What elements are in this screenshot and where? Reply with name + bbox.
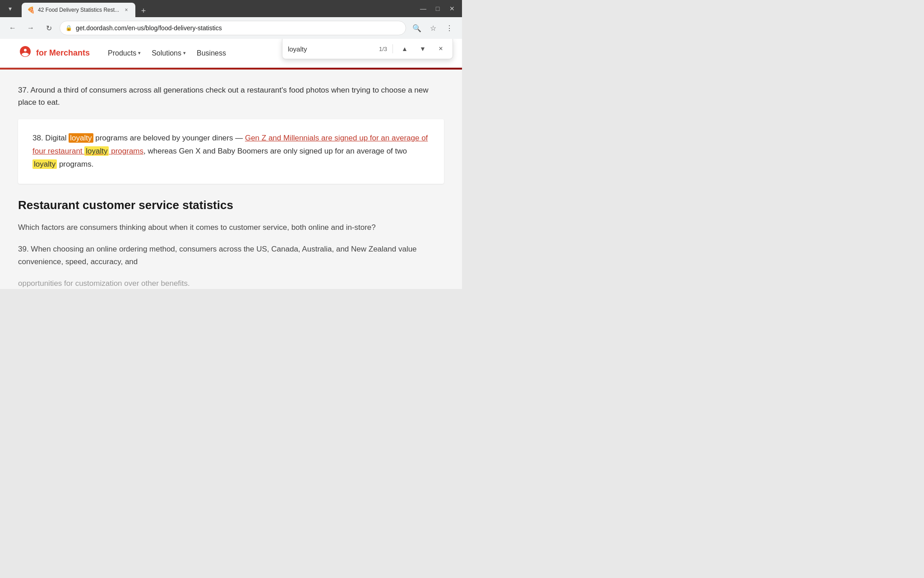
solutions-label: Solutions (152, 49, 181, 57)
minimize-button[interactable]: — (417, 2, 430, 15)
active-tab[interactable]: 🍕 42 Food Delivery Statistics Rest... × (22, 3, 135, 17)
address-bar[interactable]: 🔒 get.doordash.com/en-us/blog/food-deliv… (60, 21, 406, 35)
section-heading: Restaurant customer service statistics (18, 198, 444, 212)
nav-item-products[interactable]: Products ▾ (108, 49, 141, 57)
more-options-button[interactable]: ⋮ (442, 21, 457, 35)
find-next-button[interactable]: ▼ (416, 42, 429, 55)
loyalty-highlight-1: loyalty (69, 133, 93, 143)
tab-strip-collapse-button[interactable]: ▾ (4, 2, 16, 15)
stat-39-faded: opportunities for customization over oth… (18, 277, 444, 289)
toolbar-icons: 🔍 ☆ ⋮ (410, 21, 457, 35)
stat-39: 39. When choosing an online ordering met… (18, 243, 444, 268)
stat-38-box: 38. Digital loyalty programs are beloved… (18, 119, 444, 184)
bookmark-button[interactable]: ☆ (426, 21, 440, 35)
new-tab-button[interactable]: + (137, 5, 150, 17)
nav-item-solutions[interactable]: Solutions ▾ (152, 49, 186, 57)
loyalty-highlight-2: loyalty (84, 146, 109, 156)
find-close-button[interactable]: × (434, 42, 447, 55)
security-icon: 🔒 (65, 25, 72, 31)
tab-strip: 🍕 42 Food Delivery Statistics Rest... × … (22, 0, 413, 17)
doordash-favicon-icon: 🍕 (27, 6, 35, 14)
title-bar: ▾ 🍕 42 Food Delivery Statistics Rest... … (0, 0, 462, 17)
find-divider (393, 44, 393, 53)
nav-items: Products ▾ Solutions ▾ Business (108, 49, 226, 57)
find-prev-button[interactable]: ▲ (398, 42, 411, 55)
back-button[interactable]: ← (5, 21, 20, 35)
reload-button[interactable]: ↻ (42, 21, 56, 35)
find-bar: 1/3 ▲ ▼ × (282, 39, 453, 59)
loyalty-highlight-3: loyalty (32, 159, 57, 169)
find-count: 1/3 (379, 46, 387, 52)
solutions-chevron-icon: ▾ (183, 50, 186, 56)
stat-38-suffix: , whereas Gen X and Baby Boomers are onl… (143, 147, 407, 155)
url-text: get.doordash.com/en-us/blog/food-deliver… (76, 24, 400, 32)
article-area: 37. Around a third of consumers across a… (0, 70, 462, 289)
tab-title: 42 Food Delivery Statistics Rest... (38, 7, 119, 13)
stat-38-middle: programs are beloved by younger diners — (93, 134, 245, 142)
stat-38-prefix: 38. Digital (32, 134, 69, 142)
tab-favicon: 🍕 (27, 6, 34, 14)
stat-37: 37. Around a third of consumers across a… (18, 84, 444, 108)
find-icon-button[interactable]: 🔍 (410, 21, 424, 35)
logo-area[interactable]: for Merchants (18, 44, 90, 62)
products-label: Products (108, 49, 136, 57)
window-controls-left: ▾ (4, 2, 16, 15)
doordash-logo-icon (18, 44, 32, 62)
find-input[interactable] (288, 45, 374, 53)
close-window-button[interactable]: ✕ (446, 2, 458, 15)
tab-close-button[interactable]: × (123, 6, 130, 14)
toolbar: ← → ↻ 🔒 get.doordash.com/en-us/blog/food… (0, 17, 462, 39)
maximize-button[interactable]: □ (431, 2, 444, 15)
page-content: 1/3 ▲ ▼ × for Merchants Products ▾ Solut… (0, 39, 462, 289)
forward-button[interactable]: → (23, 21, 38, 35)
for-merchants-label: for Merchants (36, 48, 90, 58)
business-label: Business (197, 49, 226, 57)
body-text-1: Which factors are consumers thinking abo… (18, 221, 444, 234)
nav-item-business[interactable]: Business (197, 49, 226, 57)
window-controls-right: — □ ✕ (417, 2, 458, 15)
products-chevron-icon: ▾ (138, 50, 141, 56)
browser-chrome: ▾ 🍕 42 Food Delivery Statistics Rest... … (0, 0, 462, 39)
stat-38-end: programs. (57, 160, 93, 168)
